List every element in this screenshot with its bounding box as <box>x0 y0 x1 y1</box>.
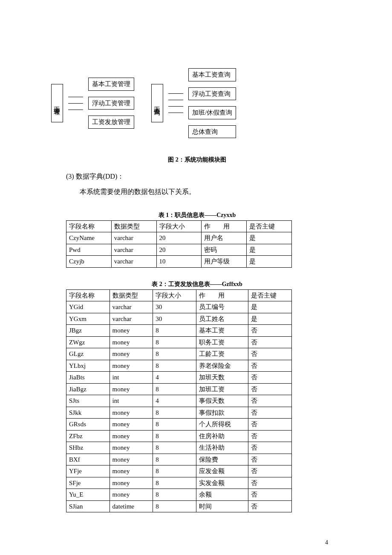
table-cell: varchar <box>111 256 156 268</box>
table-cell: GLgz <box>66 348 110 360</box>
figure-caption: 图 2：系统功能模块图 <box>66 155 328 164</box>
table-cell: 用户等级 <box>202 256 247 268</box>
table-cell: 应发金额 <box>196 465 248 477</box>
table-cell: Yu_E <box>66 489 110 501</box>
node-salary-query: 工资查询 <box>151 84 163 122</box>
page-number: 4 <box>66 538 328 547</box>
table-cell: money <box>110 477 153 489</box>
table-cell: JiaBgz <box>66 383 110 395</box>
table-header-cell: 是否主键 <box>248 289 292 301</box>
table-cell: money <box>110 442 153 454</box>
table-cell: int <box>110 372 153 384</box>
table-cell: 8 <box>153 336 196 348</box>
table-row: SJiandatetime8时间否 <box>66 500 292 512</box>
table2-caption: 表 2：工资发放信息表——Gzffxxb <box>66 280 328 289</box>
table-cell: 4 <box>153 395 196 407</box>
table-cell: GRsds <box>66 419 110 431</box>
left-children: 基本工资管理 浮动工资管理 工资发放管理 <box>88 78 134 129</box>
table-cell: money <box>110 454 153 465</box>
table-cell: 否 <box>248 395 292 407</box>
table-cell: 否 <box>248 407 292 419</box>
table-cell: 否 <box>248 336 292 348</box>
table-cell: 8 <box>153 477 196 489</box>
table-cell: 是 <box>248 301 292 313</box>
table-row: YFjemoney8应发金额否 <box>66 465 292 477</box>
table-cell: 用户名 <box>202 232 247 244</box>
table-cell: 8 <box>153 489 196 501</box>
table-row: Czyjbvarchar10用户等级是 <box>66 256 292 268</box>
table-cell: 8 <box>153 360 196 372</box>
table-cell: datetime <box>110 500 153 512</box>
table-cell: varchar <box>110 301 153 313</box>
table-cell: varchar <box>110 313 153 325</box>
table-cell: 是 <box>247 256 292 268</box>
table2: 字段名称数据类型字段大小作 用是否主键YGidvarchar30员工编号是YGx… <box>66 289 292 513</box>
table-row: GLgzmoney8工龄工资否 <box>66 348 292 360</box>
table-cell: varchar <box>111 232 156 244</box>
table-header-cell: 字段名称 <box>66 289 110 301</box>
node-floating-salary-query: 浮动工资查询 <box>188 87 236 101</box>
table-cell: 是 <box>248 313 292 325</box>
table-header-cell: 数据类型 <box>110 289 153 301</box>
node-overall-query: 总体查询 <box>188 125 236 139</box>
table-cell: money <box>110 465 153 477</box>
table-row: CzyNamevarchar20用户名是 <box>66 232 292 244</box>
table-cell: 否 <box>248 325 292 337</box>
table-cell: money <box>110 348 153 360</box>
table-cell: 8 <box>153 465 196 477</box>
table-cell: SHbz <box>66 442 110 454</box>
table-cell: 8 <box>153 407 196 419</box>
table-row: ZFbzmoney8住房补助否 <box>66 430 292 442</box>
table-cell: YGid <box>66 301 110 313</box>
table-cell: money <box>110 383 153 395</box>
table-cell: YLbxj <box>66 360 110 372</box>
table-cell: 是 <box>247 232 292 244</box>
table-cell: money <box>110 360 153 372</box>
table-cell: 否 <box>248 477 292 489</box>
table-cell: 保险费 <box>196 454 248 465</box>
table-cell: 余额 <box>196 489 248 501</box>
table-cell: money <box>110 336 153 348</box>
table-cell: ZFbz <box>66 430 110 442</box>
table-cell: Pwd <box>66 244 112 256</box>
table-cell: 住房补助 <box>196 430 248 442</box>
section-heading: (3) 数据字典(DD)： <box>66 170 328 183</box>
table1: 字段名称数据类型字段大小作 用是否主键CzyNamevarchar20用户名是P… <box>66 220 292 268</box>
table-cell: 否 <box>248 442 292 454</box>
table-header-cell: 作 用 <box>202 220 247 232</box>
table-cell: 30 <box>153 313 196 325</box>
table-cell: varchar <box>111 244 156 256</box>
connectors <box>68 97 83 110</box>
table-row: JBgzmoney8基本工资否 <box>66 325 292 337</box>
connectors <box>168 93 183 113</box>
table-cell: 否 <box>248 430 292 442</box>
table-cell: SJkk <box>66 407 110 419</box>
node-salary-payout-mgmt: 工资发放管理 <box>88 116 134 129</box>
table-cell: 基本工资 <box>196 325 248 337</box>
table-cell: 8 <box>153 348 196 360</box>
table-row: YGidvarchar30员工编号是 <box>66 301 292 313</box>
table-cell: 否 <box>248 360 292 372</box>
table-cell: 8 <box>153 419 196 431</box>
table-cell: int <box>110 395 153 407</box>
table-cell: 事假天数 <box>196 395 248 407</box>
node-overtime-leave-query: 加班/休假查询 <box>188 106 236 119</box>
table-cell: YGxm <box>66 313 110 325</box>
table-cell: 职务工资 <box>196 336 248 348</box>
table-cell: 8 <box>153 500 196 512</box>
table-cell: 密码 <box>202 244 247 256</box>
table-cell: 否 <box>248 372 292 384</box>
table-header-cell: 字段大小 <box>153 289 196 301</box>
table-cell: 否 <box>248 465 292 477</box>
right-children: 基本工资查询 浮动工资查询 加班/休假查询 总体查询 <box>188 68 236 138</box>
table-cell: 否 <box>248 348 292 360</box>
table-cell: 生活补助 <box>196 442 248 454</box>
table-cell: 否 <box>248 500 292 512</box>
table-cell: SJts <box>66 395 110 407</box>
diagram-right-group: 工资查询 基本工资查询 浮动工资查询 加班/休假查询 总体查询 <box>151 68 236 138</box>
table-cell: 实发金额 <box>196 477 248 489</box>
table-row: ZWgzmoney8职务工资否 <box>66 336 292 348</box>
table-cell: money <box>110 489 153 501</box>
table-cell: JBgz <box>66 325 110 337</box>
table-row: JiaBgzmoney8加班工资否 <box>66 383 292 395</box>
